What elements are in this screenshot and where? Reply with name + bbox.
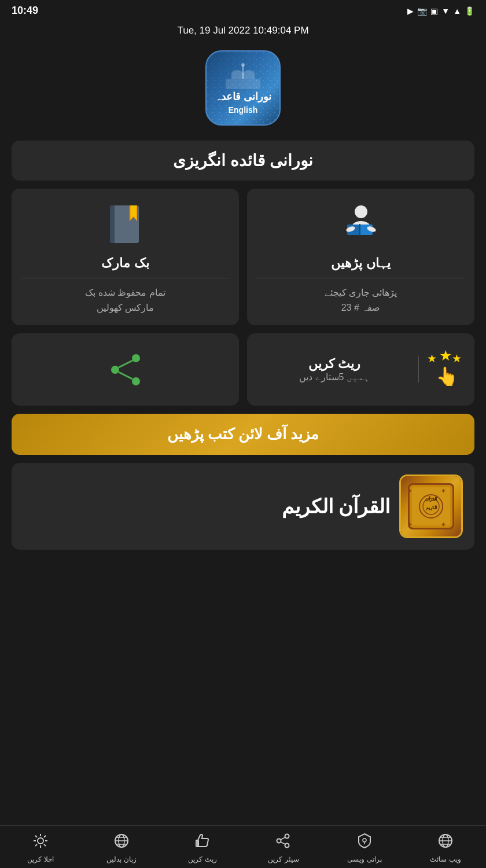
svg-text:القرآن: القرآن [425,495,437,502]
camera-icon: 📷 [417,6,427,16]
play-icon: ▶ [407,6,414,16]
bookmark-card-label: بک مارک [101,256,149,271]
rate-card[interactable]: ریٹ کریں ہمیں 5ستارے دیں ★ ★ ★ 👆 [247,333,474,406]
nav-item-website[interactable]: ویب سائٹ [405,833,486,863]
svg-point-49 [285,834,289,838]
bookmark-card[interactable]: بک مارک تمام محفوظ شده بکمارکس کھولیں [12,189,239,325]
cards-grid: بک مارک تمام محفوظ شده بکمارکس کھولیں یہ… [12,189,474,325]
read-card-label: یہاں پڑھیں [331,256,390,271]
stars-rating-icon: ★ ★ ★ 👆 [425,346,465,387]
rate-label: ریٹ کریں [256,356,413,372]
svg-text:★: ★ [439,348,452,363]
quran-book-svg: القرآن الکریم ✦ ✦ ✦ ✦ [405,480,457,532]
rate-card-inner: ریٹ کریں ہمیں 5ستارے دیں ★ ★ ★ 👆 [256,346,465,393]
brightness-icon [32,833,49,853]
nav-item-share[interactable]: سیٹر کریں [243,833,324,863]
read-divider [256,278,465,278]
svg-point-50 [277,839,281,843]
app-icon-svg [220,61,266,90]
signal-icon: ▲ [453,6,461,16]
title-banner-text: نورانی قائده انگریزی [173,152,313,170]
nav-rate-label: ریٹ کریں [188,855,216,863]
svg-text:✦: ✦ [441,521,446,528]
language-icon [113,833,130,853]
svg-line-42 [35,844,37,846]
svg-line-40 [44,844,46,846]
svg-point-7 [355,205,367,218]
svg-point-34 [38,838,43,844]
quran-image: القرآن الکریم ✦ ✦ ✦ ✦ [399,475,463,538]
svg-point-14 [132,354,140,362]
svg-rect-11 [359,224,360,236]
svg-rect-4 [110,205,115,243]
app-icon-arabic-text: نورانی قاعدہ [215,90,271,103]
datetime-text: Tue, 19 Jul 2022 10:49:04 PM [177,25,308,36]
svg-point-16 [132,377,140,385]
quran-text-section: القرآن الكريم [23,495,390,518]
bookmark-icon-area [102,203,149,249]
svg-line-17 [119,361,132,367]
thumbsup-icon [194,833,211,853]
wifi-icon: ▼ [441,6,450,16]
nav-item-settings[interactable]: اجلا کریں [0,833,81,863]
svg-text:✦: ✦ [407,488,413,494]
svg-text:★: ★ [427,352,437,365]
svg-line-39 [35,836,37,837]
rate-text-section: ریٹ کریں ہمیں 5ستارے دیں [256,356,419,382]
nav-item-language[interactable]: زبان بدلیں [81,833,162,863]
reader-icon-area [338,203,384,249]
nav-website-label: ویب سائٹ [430,855,461,863]
battery-icon: 🔋 [465,6,474,16]
share-icon [107,351,144,388]
rate-sublabel: ہمیں 5ستارے دیں [256,372,413,382]
website-icon [437,833,454,853]
nav-privacy-label: پراتی ویسی [347,855,381,863]
svg-point-54 [363,838,366,842]
svg-point-15 [111,366,119,374]
quran-card[interactable]: القرآن الكريم القرآن الکریم ✦ ✦ ✦ ✦ [12,463,474,550]
bottom-spacer [0,558,486,616]
more-books-banner[interactable]: مزید آف لائن کتب پڑھیں [12,414,474,455]
datetime-bar: Tue, 19 Jul 2022 10:49:04 PM [0,21,486,40]
svg-text:👆: 👆 [436,365,459,387]
quran-img-inner: القرآن الکریم ✦ ✦ ✦ ✦ [401,476,461,536]
action-row: ریٹ کریں ہمیں 5ستارے دیں ★ ★ ★ 👆 [12,333,474,406]
nav-item-privacy[interactable]: پراتی ویسی [324,833,405,863]
status-icons: ▶ 📷 ▣ ▼ ▲ 🔋 [407,6,474,16]
privacy-icon [356,833,373,853]
read-card[interactable]: یہاں پڑھیں پڑھائی جاری کیجئےصفہ # 23 [247,189,474,325]
sim-icon: ▣ [430,6,438,16]
svg-text:الکریم: الکریم [426,505,437,510]
svg-line-18 [119,372,132,379]
svg-text:✦: ✦ [441,488,446,494]
bottom-nav: اجلا کریں زبان بدلیں ریٹ کریں [0,825,486,868]
svg-text:✦: ✦ [407,521,413,528]
share-nav-icon [275,833,292,853]
title-banner: نورانی قائده انگریزی [12,141,474,181]
status-time: 10:49 [12,5,38,17]
stars-hand-icon: ★ ★ ★ 👆 [425,346,465,393]
more-books-text: مزید آف لائن کتب پڑھیں [167,425,319,443]
read-card-sublabel: پڑھائی جاری کیجئےصفہ # 23 [325,285,397,315]
svg-rect-0 [226,79,260,89]
bookmark-divider [21,278,230,278]
nav-language-label: زبان بدلیں [106,855,136,863]
bookmark-card-sublabel: تمام محفوظ شده بکمارکس کھولیں [85,285,165,315]
reader-person-icon [338,203,384,249]
app-icon-english-text: English [229,105,258,115]
svg-point-1 [241,63,245,67]
status-bar: 10:49 ▶ 📷 ▣ ▼ ▲ 🔋 [0,0,486,21]
svg-point-51 [285,844,289,848]
app-icon-wrap: نورانی قاعدہ English [0,40,486,131]
quran-title: القرآن الكريم [23,495,390,518]
nav-item-rate[interactable]: ریٹ کریں [162,833,243,863]
share-card[interactable] [12,333,239,406]
nav-settings-label: اجلا کریں [27,855,53,863]
svg-line-52 [281,837,285,840]
app-icon[interactable]: نورانی قاعدہ English [205,50,281,126]
svg-line-53 [281,842,285,844]
nav-share-label: سیٹر کریں [268,855,299,863]
svg-line-41 [44,836,46,837]
svg-text:★: ★ [452,352,462,365]
bookmark-book-icon [105,203,146,249]
